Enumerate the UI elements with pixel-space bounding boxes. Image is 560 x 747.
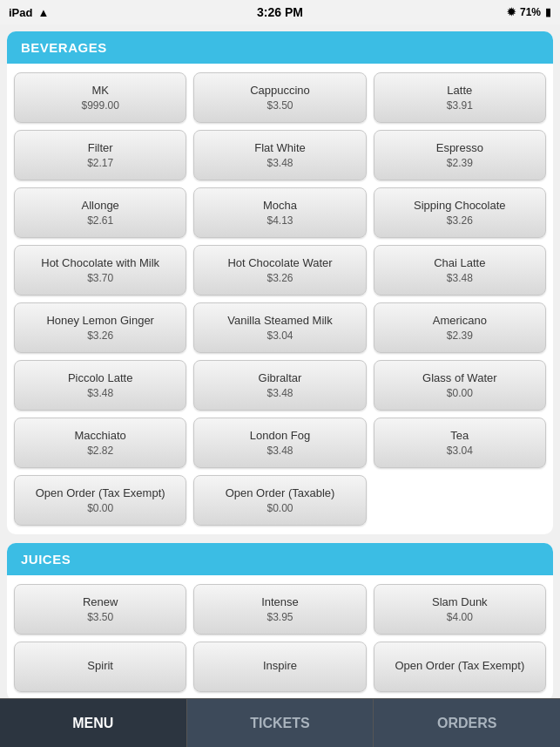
items-grid-beverages: MK$999.00Cappuccino$3.50Latte$3.91Filter… xyxy=(7,64,553,534)
item-button[interactable]: Filter$2.17 xyxy=(14,130,186,180)
item-price: $0.00 xyxy=(447,387,473,399)
battery-label: 71% xyxy=(520,6,541,18)
item-button[interactable]: Piccolo Latte$3.48 xyxy=(14,360,186,411)
item-price: $4.00 xyxy=(447,611,473,623)
item-button[interactable]: Cappuccino$3.50 xyxy=(193,72,366,123)
item-name: Latte xyxy=(447,84,472,98)
item-price: $3.70 xyxy=(87,272,113,284)
item-price: $2.39 xyxy=(447,157,473,169)
item-name: Slam Dunk xyxy=(432,595,488,609)
item-price: $3.04 xyxy=(447,445,473,457)
status-right: ✹ 71% ▮ xyxy=(507,6,551,18)
item-button[interactable]: Espresso$2.39 xyxy=(374,130,546,180)
main-content: BEVERAGESMK$999.00Cappuccino$3.50Latte$3… xyxy=(0,24,560,698)
status-left: iPad ▲ xyxy=(9,6,49,19)
status-bar: iPad ▲ 3:26 PM ✹ 71% ▮ xyxy=(0,0,560,24)
item-name: Inspire xyxy=(263,659,297,673)
item-button[interactable]: Open Order (Tax Exempt)$0.00 xyxy=(14,475,186,526)
item-button[interactable]: Allonge$2.61 xyxy=(14,187,186,238)
item-price: $3.48 xyxy=(447,272,473,284)
item-price: $2.82 xyxy=(87,445,113,457)
item-button[interactable]: Vanilla Steamed Milk$3.04 xyxy=(193,302,366,353)
item-name: Gibraltar xyxy=(259,371,302,385)
item-name: Spirit xyxy=(87,659,113,673)
item-price: $999.00 xyxy=(81,99,118,112)
item-name: London Fog xyxy=(250,429,310,443)
item-name: MK xyxy=(91,84,109,98)
item-name: Allonge xyxy=(81,199,118,213)
item-button[interactable]: Open Order (Tax Exempt) xyxy=(374,642,546,692)
item-name: Open Order (Tax Exempt) xyxy=(395,659,524,673)
item-button[interactable]: Chai Latte$3.48 xyxy=(374,245,546,295)
items-grid-juices: Renew$3.50Intense$3.95Slam Dunk$4.00Spir… xyxy=(7,575,553,698)
item-price: $2.61 xyxy=(87,214,113,227)
item-name: Glass of Water xyxy=(422,371,496,385)
item-name: Intense xyxy=(261,595,299,609)
item-price: $3.48 xyxy=(267,157,293,169)
item-name: Cappuccino xyxy=(250,84,310,98)
item-name: Hot Chocolate Water xyxy=(227,256,332,270)
item-name: Tea xyxy=(450,429,469,443)
tab-bar: MENUTICKETSORDERS xyxy=(0,698,560,747)
section-header-juices: JUICES xyxy=(7,543,553,575)
item-name: Chai Latte xyxy=(434,256,485,270)
item-name: Renew xyxy=(83,595,118,609)
item-button[interactable]: Latte$3.91 xyxy=(374,72,546,123)
item-button[interactable]: Intense$3.95 xyxy=(193,584,366,635)
tab-menu[interactable]: MENU xyxy=(0,699,187,747)
item-price: $3.91 xyxy=(447,99,473,112)
item-name: Open Order (Tax Exempt) xyxy=(36,486,165,500)
item-button[interactable]: Gibraltar$3.48 xyxy=(193,360,366,411)
section-beverages: BEVERAGESMK$999.00Cappuccino$3.50Latte$3… xyxy=(7,31,553,534)
item-button[interactable]: Hot Chocolate Water$3.26 xyxy=(193,245,366,295)
item-button[interactable]: Slam Dunk$4.00 xyxy=(374,584,546,635)
item-name: Sipping Chocolate xyxy=(414,199,506,213)
item-name: Honey Lemon Ginger xyxy=(46,314,154,328)
item-name: Hot Chocolate with Milk xyxy=(41,256,159,270)
item-name: Vanilla Steamed Milk xyxy=(227,314,332,328)
tab-tickets[interactable]: TICKETS xyxy=(187,699,374,747)
item-name: Open Order (Taxable) xyxy=(226,486,335,500)
tab-orders[interactable]: ORDERS xyxy=(374,699,560,747)
item-price: $0.00 xyxy=(267,502,293,514)
item-price: $3.48 xyxy=(267,387,293,399)
item-name: Piccolo Latte xyxy=(68,371,132,385)
item-price: $3.26 xyxy=(87,329,113,342)
item-button[interactable]: Glass of Water$0.00 xyxy=(374,360,546,411)
item-button[interactable]: London Fog$3.48 xyxy=(193,418,366,468)
section-juices: JUICESRenew$3.50Intense$3.95Slam Dunk$4.… xyxy=(7,543,553,698)
item-name: Espresso xyxy=(436,141,483,155)
item-button[interactable]: Macchiato$2.82 xyxy=(14,418,186,468)
status-time: 3:26 PM xyxy=(257,5,303,19)
item-name: Flat White xyxy=(254,141,306,155)
item-name: Mocha xyxy=(263,199,297,213)
item-name: Americano xyxy=(433,314,487,328)
item-button[interactable]: Tea$3.04 xyxy=(374,418,546,468)
item-button[interactable]: Inspire xyxy=(193,642,366,692)
item-price: $3.50 xyxy=(267,99,293,112)
item-price: $3.48 xyxy=(267,445,293,457)
item-button[interactable]: MK$999.00 xyxy=(14,72,186,123)
item-button[interactable]: Hot Chocolate with Milk$3.70 xyxy=(14,245,186,295)
item-price: $3.26 xyxy=(267,272,293,284)
item-button[interactable]: Spirit xyxy=(14,642,186,692)
item-price: $4.13 xyxy=(267,214,293,227)
ipad-label: iPad xyxy=(9,6,32,19)
item-price: $3.04 xyxy=(267,329,293,342)
item-button[interactable]: Flat White$3.48 xyxy=(193,130,366,180)
item-button[interactable]: Open Order (Taxable)$0.00 xyxy=(193,475,366,526)
item-button[interactable]: Renew$3.50 xyxy=(14,584,186,635)
item-price: $2.17 xyxy=(87,157,113,169)
item-button[interactable]: Honey Lemon Ginger$3.26 xyxy=(14,302,186,353)
wifi-icon: ▲ xyxy=(37,6,49,19)
item-button[interactable]: Mocha$4.13 xyxy=(193,187,366,238)
item-price: $3.26 xyxy=(447,214,473,227)
item-price: $0.00 xyxy=(87,502,113,514)
item-button[interactable]: Americano$2.39 xyxy=(374,302,546,353)
bluetooth-icon: ✹ xyxy=(507,6,516,18)
section-header-beverages: BEVERAGES xyxy=(7,31,553,64)
item-button[interactable]: Sipping Chocolate$3.26 xyxy=(374,187,546,238)
battery-icon: ▮ xyxy=(545,6,551,18)
item-price: $3.48 xyxy=(87,387,113,399)
item-name: Filter xyxy=(88,141,113,155)
